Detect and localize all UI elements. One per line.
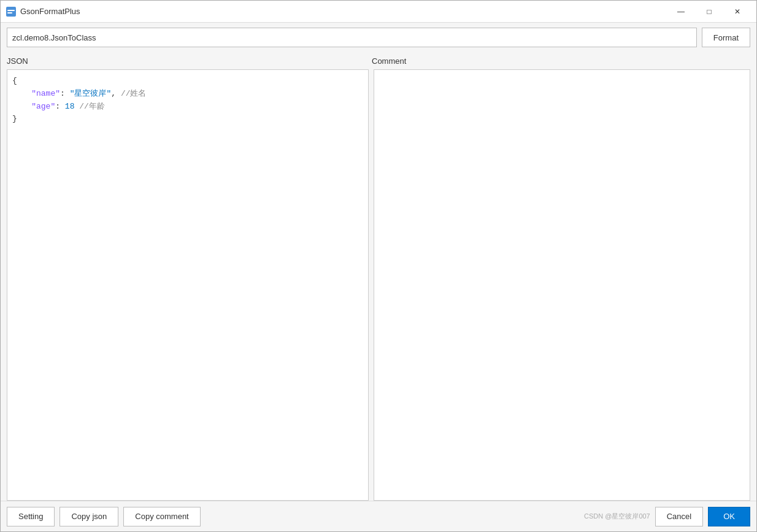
panels-header: JSON Comment — [7, 52, 750, 69]
panels-area: JSON Comment { "name": "星空彼岸", //姓名 "age… — [1, 52, 756, 501]
app-icon — [6, 6, 17, 17]
svg-rect-0 — [6, 7, 16, 17]
toolbar: Format — [1, 23, 756, 52]
comment-textarea[interactable] — [374, 70, 750, 500]
ok-button[interactable]: OK — [708, 507, 750, 526]
close-button[interactable]: ✕ — [723, 2, 751, 21]
title-bar: GsonFormatPlus — □ ✕ — [1, 1, 756, 23]
copy-json-button[interactable]: Copy json — [60, 507, 118, 526]
json-content-area: { "name": "星空彼岸", //姓名 "age": 18 //年龄 } — [7, 70, 368, 131]
maximize-button[interactable]: □ — [695, 2, 723, 21]
json-panel-label: JSON — [7, 56, 372, 66]
svg-rect-2 — [7, 12, 12, 13]
cancel-button[interactable]: Cancel — [655, 507, 703, 526]
minimize-button[interactable]: — — [667, 2, 695, 21]
comment-panel-label: Comment — [372, 56, 750, 66]
svg-rect-1 — [7, 10, 15, 11]
window-controls: — □ ✕ — [667, 2, 751, 21]
comment-panel — [374, 69, 750, 501]
app-title: GsonFormatPlus — [20, 7, 667, 16]
json-panel: { "name": "星空彼岸", //姓名 "age": 18 //年龄 } — [7, 69, 369, 501]
panels-content: { "name": "星空彼岸", //姓名 "age": 18 //年龄 } — [7, 69, 750, 501]
bottom-bar: Setting Copy json Copy comment CSDN @星空彼… — [1, 501, 756, 531]
watermark-text: CSDN @星空彼岸007 — [584, 512, 650, 521]
class-path-input[interactable] — [7, 28, 697, 47]
setting-button[interactable]: Setting — [7, 507, 55, 526]
copy-comment-button[interactable]: Copy comment — [123, 507, 200, 526]
main-window: GsonFormatPlus — □ ✕ Format JSON Comment… — [0, 0, 757, 532]
format-button[interactable]: Format — [702, 28, 750, 47]
